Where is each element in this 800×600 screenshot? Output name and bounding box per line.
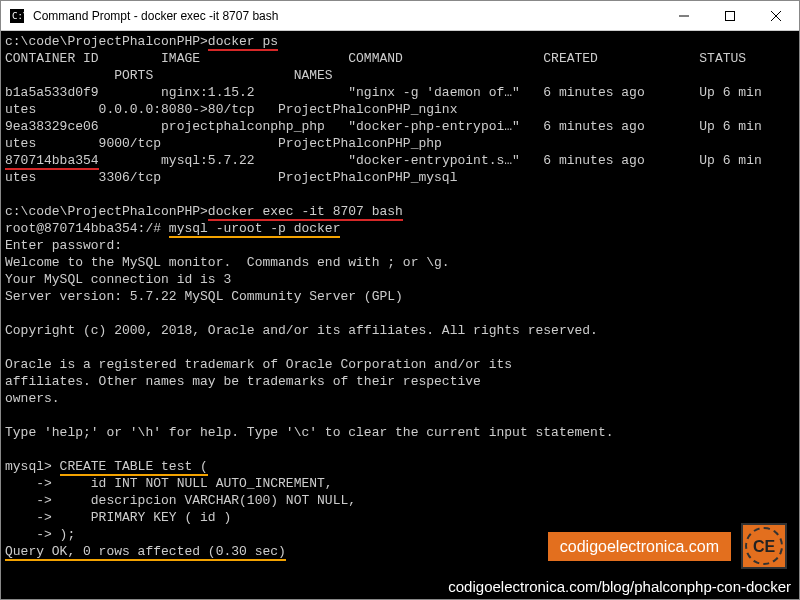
cmd-icon: C:\ [9, 8, 25, 24]
output-line: Enter password: [5, 237, 795, 254]
watermark-badge: codigoelectronica.com CE [548, 523, 787, 569]
window-controls [661, 1, 799, 30]
table-row: 9ea38329ce06 projectphalconphp_php "dock… [5, 118, 795, 135]
prompt-path: c:\code\ProjectPhalconPHP> [5, 34, 208, 49]
table-row: b1a5a533d0f9 nginx:1.15.2 "nginx -g 'dae… [5, 84, 795, 101]
output-line: Oracle is a registered trademark of Orac… [5, 356, 795, 373]
root-prompt: root@870714bba354:/# [5, 221, 169, 236]
table-row: utes 3306/tcp ProjectPhalconPHP_mysql [5, 169, 795, 186]
output-line: Type 'help;' or '\h' for help. Type '\c'… [5, 424, 795, 441]
maximize-button[interactable] [707, 1, 753, 30]
svg-text:C:\: C:\ [12, 11, 24, 21]
output-line: Copyright (c) 2000, 2018, Oracle and/or … [5, 322, 795, 339]
output-line: owners. [5, 390, 795, 407]
table-header-2: PORTS NAMES [5, 67, 795, 84]
sql-line: -> id INT NOT NULL AUTO_INCREMENT, [5, 475, 795, 492]
cmd-docker-exec: docker exec -it 8707 bash [208, 204, 403, 221]
terminal-output[interactable]: c:\code\ProjectPhalconPHP>docker ps CONT… [1, 31, 799, 599]
cmd-mysql-login: mysql -uroot -p docker [169, 221, 341, 238]
table-header: CONTAINER ID IMAGE COMMAND CREATED STATU… [5, 50, 795, 67]
query-ok: Query OK, 0 rows affected (0.30 sec) [5, 544, 286, 561]
output-line: Your MySQL connection id is 3 [5, 271, 795, 288]
window-frame: C:\ Command Prompt - docker exec -it 870… [0, 0, 800, 600]
table-row: utes 0.0.0.0:8080->80/tcp ProjectPhalcon… [5, 101, 795, 118]
titlebar[interactable]: C:\ Command Prompt - docker exec -it 870… [1, 1, 799, 31]
sql-create-table: CREATE TABLE test ( [60, 459, 208, 476]
prompt-path: c:\code\ProjectPhalconPHP> [5, 204, 208, 219]
blank-line [5, 305, 795, 322]
output-line: Welcome to the MySQL monitor. Commands e… [5, 254, 795, 271]
blank-line [5, 407, 795, 424]
blank-line [5, 186, 795, 203]
close-button[interactable] [753, 1, 799, 30]
watermark-site: codigoelectronica.com [548, 532, 731, 561]
watermark-logo-icon: CE [741, 523, 787, 569]
container-id-highlight: 870714bba354 [5, 153, 99, 170]
svg-rect-3 [726, 11, 735, 20]
table-row: utes 9000/tcp ProjectPhalconPHP_php [5, 135, 795, 152]
blank-line [5, 441, 795, 458]
cmd-docker-ps: docker ps [208, 34, 278, 51]
blank-line [5, 339, 795, 356]
mysql-prompt: mysql> [5, 459, 60, 474]
window-title: Command Prompt - docker exec -it 8707 ba… [33, 9, 661, 23]
footer-url: codigoelectronica.com/blog/phalconphp-co… [444, 576, 795, 597]
table-row: 870714bba354 mysql:5.7.22 "docker-entryp… [5, 152, 795, 169]
output-line: Server version: 5.7.22 MySQL Community S… [5, 288, 795, 305]
minimize-button[interactable] [661, 1, 707, 30]
output-line: affiliates. Other names may be trademark… [5, 373, 795, 390]
sql-line: -> descripcion VARCHAR(100) NOT NULL, [5, 492, 795, 509]
